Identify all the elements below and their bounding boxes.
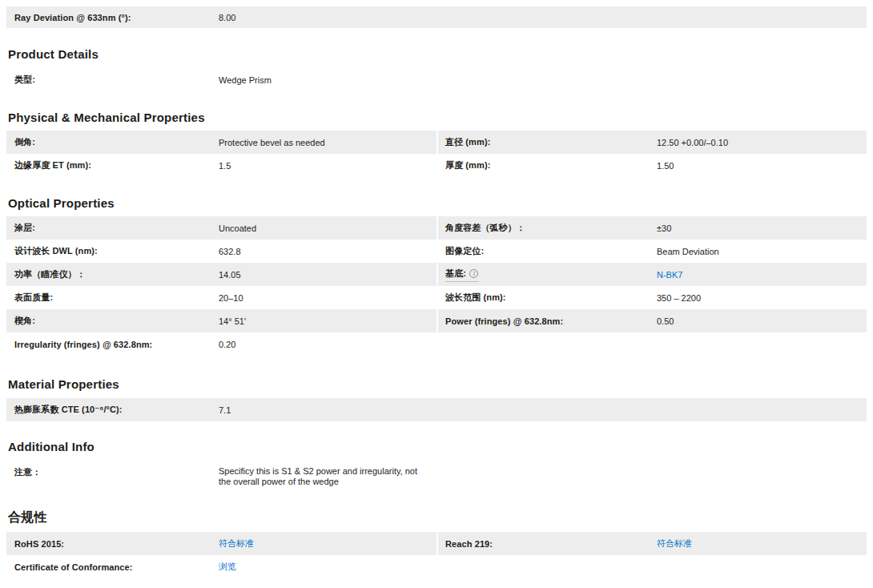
- spec-cell: Power (fringes) @ 632.8nm: 0.50: [438, 309, 867, 332]
- spec-label-cte: 热膨胀系数 CTE (10⁻⁶/°C):: [6, 404, 219, 416]
- spec-row-cte: 热膨胀系数 CTE (10⁻⁶/°C): 7.1: [6, 398, 867, 421]
- product-spec-page: Ray Deviation @ 633nm (°): 8.00 Product …: [0, 6, 873, 578]
- spec-value-angle-tolerance: ±30: [657, 224, 867, 233]
- spec-cell: 基底: i N-BK7: [438, 263, 867, 286]
- spec-value-ray-deviation: 8.00: [219, 13, 867, 22]
- spec-value-bevel: Protective bevel as needed: [219, 138, 436, 147]
- spec-label-edge-thickness: 边缘厚度 ET (mm):: [6, 159, 219, 171]
- substrate-label-text: 基底:: [445, 268, 466, 280]
- spec-value-power-fringes: 0.50: [657, 316, 867, 326]
- spec-cell: 功率（瞄准仪）： 14.05: [6, 263, 436, 286]
- spec-row-surface-wavelength: 表面质量: 20–10 波长范围 (nm): 350 – 2200: [6, 286, 867, 309]
- spec-label-note: 注意：: [6, 466, 219, 478]
- spec-cell: 楔角: 14° 51': [6, 309, 436, 332]
- spec-label-image-orientation: 图像定位:: [438, 245, 657, 257]
- spec-row-ray-deviation: Ray Deviation @ 633nm (°): 8.00: [6, 6, 867, 28]
- spec-row-certificate: Certificate of Conformance: 浏览: [6, 555, 867, 578]
- spec-label-wavelength-range: 波长范围 (nm):: [438, 292, 657, 304]
- section-heading-material: Material Properties: [8, 378, 873, 391]
- spec-row-type: 类型: Wedge Prism: [6, 69, 867, 91]
- spec-cell: 厚度 (mm): 1.50: [438, 154, 867, 177]
- section-heading-additional-info: Additional Info: [8, 441, 873, 453]
- spec-value-substrate: N-BK7: [657, 270, 867, 280]
- spec-cell: 注意： Specificy this is S1 & S2 power and …: [6, 461, 867, 497]
- spec-value-wavelength-range: 350 – 2200: [657, 293, 867, 303]
- spec-label-rohs: RoHS 2015:: [6, 539, 219, 549]
- spec-value-diameter: 12.50 +0.00/–0.10: [657, 138, 867, 147]
- spec-label-ray-deviation: Ray Deviation @ 633nm (°):: [6, 13, 219, 22]
- spec-label-power-collimator: 功率（瞄准仪）：: [6, 268, 219, 280]
- spec-label-angle-tolerance: 角度容差（弧秒）：: [438, 222, 657, 234]
- spec-cell: 边缘厚度 ET (mm): 1.5: [6, 154, 436, 177]
- spec-label-design-wavelength: 设计波长 DWL (nm):: [6, 245, 219, 257]
- spec-row-bevel-diameter: 倒角: Protective bevel as needed 直径 (mm): …: [6, 131, 867, 154]
- spec-row-irregularity: Irregularity (fringes) @ 632.8nm: 0.20: [6, 332, 867, 356]
- spec-cell: Certificate of Conformance: 浏览: [6, 555, 867, 578]
- section-heading-product-details: Product Details: [8, 48, 873, 61]
- spec-cell: 角度容差（弧秒）： ±30: [438, 216, 867, 240]
- spec-cell: 热膨胀系数 CTE (10⁻⁶/°C): 7.1: [6, 398, 867, 421]
- spec-row-edge-thickness: 边缘厚度 ET (mm): 1.5 厚度 (mm): 1.50: [6, 154, 867, 177]
- spec-row-power-substrate: 功率（瞄准仪）： 14.05 基底: i N-BK7: [6, 263, 867, 286]
- spec-cell: 设计波长 DWL (nm): 632.8: [6, 240, 436, 263]
- section-heading-physical-mechanical: Physical & Mechanical Properties: [8, 111, 873, 124]
- spec-value-type: Wedge Prism: [219, 75, 867, 85]
- spec-label-wedge-angle: 楔角:: [6, 315, 219, 327]
- spec-value-cte: 7.1: [219, 405, 867, 415]
- spec-cell: 波长范围 (nm): 350 – 2200: [438, 286, 867, 309]
- spec-value-certificate: 浏览: [219, 561, 867, 573]
- section-heading-optical: Optical Properties: [8, 197, 873, 210]
- rohs-compliant-link[interactable]: 符合标准: [219, 538, 254, 548]
- spec-cell: 直径 (mm): 12.50 +0.00/–0.10: [438, 131, 867, 154]
- spec-cell: 类型: Wedge Prism: [6, 69, 867, 91]
- spec-value-surface-quality: 20–10: [219, 293, 436, 303]
- spec-row-coating-angle: 涂层: Uncoated 角度容差（弧秒）： ±30: [6, 216, 867, 240]
- spec-label-surface-quality: 表面质量:: [6, 292, 219, 304]
- spec-label-power-fringes: Power (fringes) @ 632.8nm:: [438, 316, 657, 326]
- info-icon[interactable]: i: [469, 269, 478, 278]
- spec-cell: Irregularity (fringes) @ 632.8nm: 0.20: [6, 332, 867, 356]
- spec-value-coating: Uncoated: [219, 224, 436, 233]
- spec-label-certificate: Certificate of Conformance:: [6, 562, 219, 572]
- spec-cell: 图像定位: Beam Deviation: [438, 240, 867, 263]
- spec-label-bevel: 倒角:: [6, 136, 219, 148]
- spec-label-reach: Reach 219:: [438, 539, 657, 549]
- spec-label-irregularity: Irregularity (fringes) @ 632.8nm:: [6, 340, 219, 349]
- spec-cell: 表面质量: 20–10: [6, 286, 436, 309]
- section-heading-compliance: 合规性: [8, 510, 873, 524]
- spec-row-dwl-orientation: 设计波长 DWL (nm): 632.8 图像定位: Beam Deviatio…: [6, 240, 867, 263]
- spec-row-rohs-reach: RoHS 2015: 符合标准 Reach 219: 符合标准: [6, 532, 867, 555]
- certificate-view-link[interactable]: 浏览: [219, 562, 236, 571]
- spec-label-coating: 涂层:: [6, 222, 219, 234]
- spec-row-note: 注意： Specificy this is S1 & S2 power and …: [6, 461, 867, 497]
- spec-value-thickness: 1.50: [657, 161, 867, 171]
- substrate-link[interactable]: N-BK7: [657, 270, 682, 280]
- spec-label-thickness: 厚度 (mm):: [438, 159, 657, 171]
- spec-value-power-collimator: 14.05: [219, 270, 436, 280]
- spec-value-edge-thickness: 1.5: [219, 161, 436, 171]
- spec-value-note: Specificy this is S1 & S2 power and irre…: [219, 466, 428, 487]
- spec-label-substrate: 基底: i: [438, 268, 657, 282]
- spec-cell: Ray Deviation @ 633nm (°): 8.00: [6, 6, 867, 28]
- spec-value-image-orientation: Beam Deviation: [657, 247, 867, 256]
- spec-cell: 倒角: Protective bevel as needed: [6, 131, 436, 154]
- spec-cell: Reach 219: 符合标准: [438, 532, 867, 555]
- spec-value-design-wavelength: 632.8: [219, 247, 436, 256]
- spec-value-reach: 符合标准: [657, 538, 867, 550]
- spec-row-wedge-powerfringes: 楔角: 14° 51' Power (fringes) @ 632.8nm: 0…: [6, 309, 867, 332]
- spec-value-wedge-angle: 14° 51': [219, 316, 436, 326]
- spec-value-irregularity: 0.20: [219, 340, 867, 349]
- spec-cell: RoHS 2015: 符合标准: [6, 532, 436, 555]
- spec-cell: 涂层: Uncoated: [6, 216, 436, 240]
- spec-value-rohs: 符合标准: [219, 538, 436, 550]
- spec-label-type: 类型:: [6, 74, 219, 86]
- reach-compliant-link[interactable]: 符合标准: [657, 538, 692, 548]
- substrate-tooltip-term[interactable]: 基底: i: [445, 268, 478, 282]
- spec-label-diameter: 直径 (mm):: [438, 136, 657, 148]
